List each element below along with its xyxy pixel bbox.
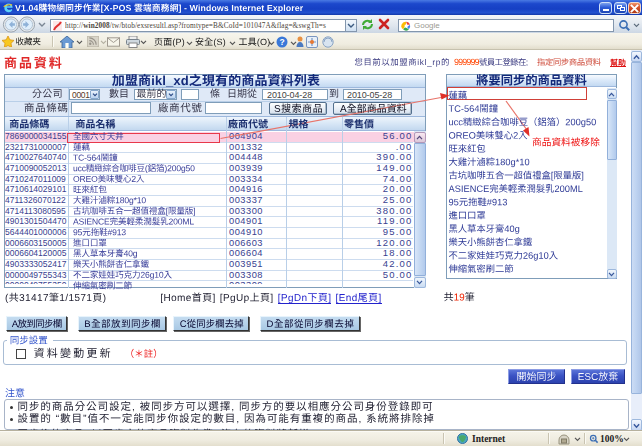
svg-text:?: ? bbox=[279, 37, 284, 47]
